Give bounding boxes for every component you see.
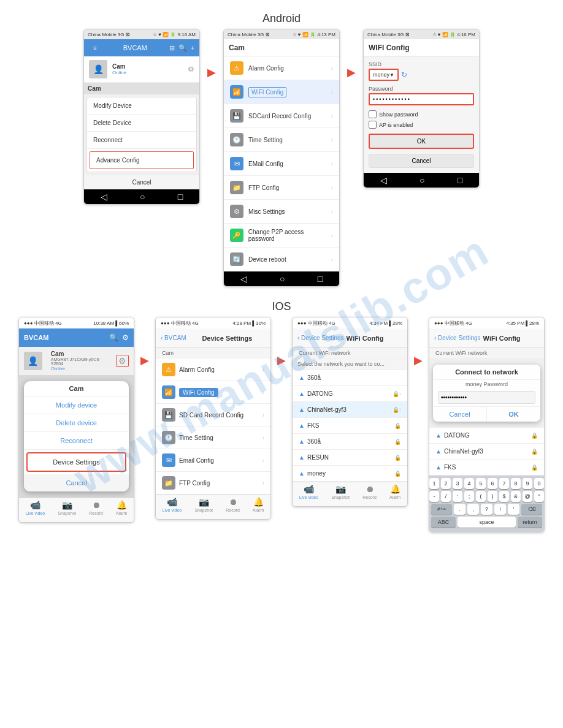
- tab-snap-3[interactable]: 📷 Snapshot: [331, 484, 350, 504]
- tab-rec-3[interactable]: ⏺ Record: [362, 484, 377, 504]
- network-360a-1[interactable]: ▲ 360å: [293, 370, 407, 386]
- key-question[interactable]: ?: [481, 504, 492, 515]
- password-input[interactable]: ••••••••••••: [369, 93, 474, 105]
- p2p-item[interactable]: 🔑 Change P2P access password ›: [224, 224, 339, 248]
- tab-alm-3[interactable]: 🔔 Alarm: [389, 484, 400, 504]
- cam-item-a1[interactable]: 👤 Cam Online ⚙: [84, 56, 199, 83]
- modify-device-ios[interactable]: Modify device: [24, 396, 129, 414]
- wifi-ok-btn[interactable]: OK: [369, 134, 474, 149]
- tab-live-3[interactable]: 📹 Live video: [299, 484, 319, 504]
- key-return[interactable]: return: [518, 517, 542, 528]
- ssid-select[interactable]: money ▼: [369, 69, 399, 81]
- back-btn-ios4[interactable]: ‹ Device Settings: [434, 335, 481, 341]
- misc-item[interactable]: ⚙ Misc Settings ›: [224, 200, 339, 224]
- back-nav-icon-a3[interactable]: ◁: [380, 175, 387, 185]
- back-btn-ios3[interactable]: ‹ Device Settings: [297, 335, 344, 341]
- search-icon-ios1[interactable]: 🔍: [109, 333, 118, 342]
- cancel-ios-popup[interactable]: Cancel: [24, 474, 129, 491]
- key-ampersand[interactable]: &: [511, 491, 521, 502]
- time-ios2[interactable]: 🕐 Time Setting ›: [156, 427, 270, 449]
- key-hashplus[interactable]: #+=: [431, 504, 452, 515]
- key-close-paren[interactable]: ): [488, 491, 497, 502]
- key-space[interactable]: space: [458, 517, 516, 528]
- delete-device-item[interactable]: Delete Device: [87, 115, 196, 132]
- back-nav-icon[interactable]: ◁: [101, 192, 107, 202]
- gear-icon-ios1[interactable]: ⚙: [116, 355, 129, 367]
- recent-nav-icon-a3[interactable]: □: [458, 175, 462, 185]
- key-open-paren[interactable]: (: [476, 491, 486, 502]
- key-dollar[interactable]: $: [499, 491, 509, 502]
- connect-password-input[interactable]: ••••••••••••: [438, 391, 535, 404]
- key-9[interactable]: 9: [523, 478, 532, 489]
- key-period[interactable]: .: [454, 504, 465, 515]
- key-tick[interactable]: ': [508, 504, 519, 515]
- delete-device-ios[interactable]: Delete device: [24, 414, 129, 432]
- reconnect-item[interactable]: Reconnect: [87, 132, 196, 149]
- add-icon[interactable]: +: [191, 44, 194, 52]
- ftp-item[interactable]: 📁 FTP Config ›: [224, 176, 339, 200]
- time-item[interactable]: 🕐 Time Setting ›: [224, 128, 339, 152]
- key-1[interactable]: 1: [429, 478, 439, 489]
- connect-ok-btn[interactable]: OK: [486, 407, 540, 422]
- tab-snap-2[interactable]: 📷 Snapshot: [194, 497, 213, 517]
- wifi-cancel-btn[interactable]: Cancel: [369, 154, 474, 168]
- network-fks-4[interactable]: ▲ FKS 🔒: [429, 460, 544, 476]
- tab-live-video-1[interactable]: 📹 Live video: [26, 500, 45, 520]
- email-ios2[interactable]: ✉ Email Config ›: [156, 449, 270, 472]
- key-abc[interactable]: ABC: [431, 517, 456, 528]
- sdcard-ios2[interactable]: 💾 SD Card Record Config ›: [156, 404, 270, 427]
- email-item[interactable]: ✉ EMail Config ›: [224, 152, 339, 176]
- key-semicolon[interactable]: ;: [464, 491, 474, 502]
- settings-icon-ios1[interactable]: ⚙: [122, 333, 129, 342]
- home-nav-icon-a3[interactable]: ○: [419, 175, 424, 185]
- tab-alarm-1[interactable]: 🔔 Alarm: [116, 500, 127, 520]
- home-nav-icon-a2[interactable]: ○: [280, 274, 285, 284]
- modify-device-item[interactable]: Modify Device: [87, 97, 196, 115]
- refresh-icon[interactable]: ↻: [401, 70, 407, 79]
- ap-enabled-checkbox[interactable]: [369, 121, 377, 129]
- key-4[interactable]: 4: [464, 478, 474, 489]
- key-6[interactable]: 6: [488, 478, 497, 489]
- key-dash[interactable]: -: [429, 491, 439, 502]
- connect-cancel-btn[interactable]: Cancel: [433, 407, 486, 422]
- recent-nav-icon[interactable]: □: [178, 192, 183, 202]
- key-at[interactable]: @: [523, 491, 532, 502]
- tab-snapshot-1[interactable]: 📷 Snapshot: [58, 500, 76, 520]
- network-chinanet-4[interactable]: ▲ ChinaNet-gyf3 🔒: [429, 444, 544, 460]
- key-exclaim[interactable]: !: [494, 504, 506, 515]
- reconnect-ios[interactable]: Reconnect: [24, 432, 129, 450]
- reboot-item[interactable]: 🔄 Device reboot ›: [224, 248, 339, 271]
- key-colon[interactable]: :: [453, 491, 462, 502]
- sdcard-item[interactable]: 💾 SDCard Record Config ›: [224, 104, 339, 128]
- key-0[interactable]: 0: [534, 478, 544, 489]
- ftp-ios2[interactable]: 📁 FTP Config ›: [156, 472, 270, 495]
- key-comma[interactable]: ,: [467, 504, 479, 515]
- tab-rec-2[interactable]: ⏺ Record: [226, 497, 240, 517]
- key-8[interactable]: 8: [511, 478, 521, 489]
- grid-icon[interactable]: ⊞: [169, 44, 175, 52]
- network-resun[interactable]: ▲ RESUN 🔒: [293, 450, 407, 466]
- key-3[interactable]: 3: [453, 478, 462, 489]
- key-slash[interactable]: /: [441, 491, 451, 502]
- tab-record-1[interactable]: ⏺ Record: [89, 500, 103, 520]
- alarm-config-ios2[interactable]: ⚠ Alarm Config ›: [156, 358, 270, 381]
- network-money[interactable]: ▲ money 🔒: [293, 466, 407, 482]
- alarm-config-item[interactable]: ⚠ Alarm Config ›: [224, 56, 339, 80]
- key-7[interactable]: 7: [499, 478, 509, 489]
- recent-nav-icon-a2[interactable]: □: [318, 274, 323, 284]
- network-datong-4[interactable]: ▲ DATONG 🔒: [429, 428, 544, 444]
- device-settings-ios[interactable]: Device Settings: [26, 452, 126, 472]
- tab-alm-2[interactable]: 🔔 Alarm: [253, 497, 264, 517]
- key-5[interactable]: 5: [476, 478, 486, 489]
- network-fks[interactable]: ▲ FKS 🔒: [293, 418, 407, 434]
- cancel-btn-a1[interactable]: Cancel: [84, 175, 199, 189]
- search-icon[interactable]: 🔍: [178, 44, 187, 52]
- show-password-checkbox[interactable]: [369, 110, 377, 118]
- gear-icon-a1[interactable]: ⚙: [188, 65, 194, 74]
- key-2[interactable]: 2: [441, 478, 451, 489]
- network-datong[interactable]: ▲ DATONG 🔒 ›: [293, 386, 407, 402]
- advance-config-item[interactable]: Advance Config: [90, 151, 194, 169]
- network-chinanet[interactable]: ▲ ChinaNet-gyf3 🔒 ›: [293, 402, 407, 418]
- home-nav-icon[interactable]: ○: [140, 192, 145, 202]
- key-quote[interactable]: ": [534, 491, 544, 502]
